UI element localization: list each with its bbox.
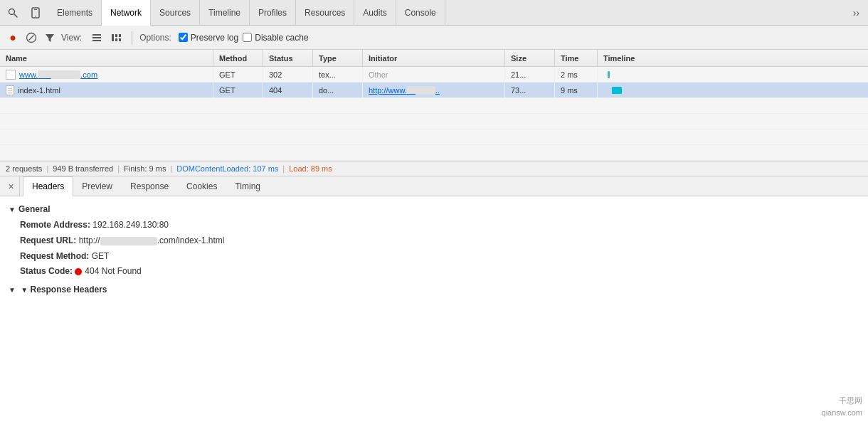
status-code-row: Status Code: 404 Not Found bbox=[9, 264, 859, 280]
svg-rect-13 bbox=[115, 38, 117, 41]
devtools-tab-bar: Elements Network Sources Timeline Profil… bbox=[0, 0, 868, 26]
preserve-log-checkbox[interactable]: Preserve log bbox=[179, 33, 238, 43]
request-method-value: GET bbox=[92, 251, 110, 261]
status-bar: 2 requests | 949 B transferred | Finish:… bbox=[0, 161, 868, 176]
row2-method: GET bbox=[213, 83, 263, 98]
svg-marker-7 bbox=[46, 34, 54, 42]
detail-tab-cookies[interactable]: Cookies bbox=[178, 176, 226, 196]
tab-audits[interactable]: Audits bbox=[354, 0, 396, 26]
svg-point-4 bbox=[35, 16, 36, 17]
th-type[interactable]: Type bbox=[313, 50, 363, 66]
row1-type: tex... bbox=[313, 67, 363, 83]
tab-resources[interactable]: Resources bbox=[296, 0, 354, 26]
network-table: Name Method Status Type Initiator Size T… bbox=[0, 50, 868, 161]
row1-initiator: Other bbox=[363, 67, 505, 83]
svg-rect-12 bbox=[115, 34, 117, 37]
request-method-label: Request Method: bbox=[20, 251, 89, 261]
svg-rect-9 bbox=[92, 37, 101, 38]
timeline-bar-2 bbox=[603, 83, 622, 98]
tab-timeline[interactable]: Timeline bbox=[200, 0, 250, 26]
empty-row bbox=[0, 98, 868, 114]
request-url-row: Request URL: http:// .com/index-1.html bbox=[9, 233, 859, 249]
tab-network[interactable]: Network bbox=[102, 0, 151, 26]
status-code-label: Status Code: bbox=[20, 266, 73, 276]
network-toolbar: ● View: bbox=[0, 26, 868, 50]
options-label: Options: bbox=[139, 33, 171, 43]
th-status[interactable]: Status bbox=[263, 50, 313, 66]
detail-panel: × Headers Preview Response Cookies Timin… bbox=[0, 176, 868, 424]
request-method-row: Request Method: GET bbox=[9, 249, 859, 265]
svg-rect-14 bbox=[119, 34, 121, 37]
remote-address-value: 192.168.249.130:80 bbox=[92, 220, 169, 230]
svg-line-6 bbox=[29, 35, 34, 40]
search-icon[interactable] bbox=[3, 0, 23, 26]
row1-time: 2 ms bbox=[555, 67, 598, 83]
filter-button[interactable] bbox=[43, 31, 57, 45]
detail-tab-preview[interactable]: Preview bbox=[73, 176, 122, 196]
row1-status: 302 bbox=[263, 67, 313, 83]
file-icon bbox=[6, 70, 16, 80]
tl-bar-1 bbox=[608, 71, 610, 78]
requests-count: 2 requests bbox=[6, 164, 42, 173]
remote-address-label: Remote Address: bbox=[20, 220, 90, 230]
view-label: View: bbox=[61, 33, 82, 43]
detail-close-button[interactable]: × bbox=[3, 176, 20, 196]
view-tree-icon[interactable] bbox=[109, 31, 125, 45]
empty-row bbox=[0, 145, 868, 161]
load-time: Load: 89 ms bbox=[289, 164, 332, 173]
tab-elements[interactable]: Elements bbox=[48, 0, 102, 26]
tl-bar-2 bbox=[612, 87, 622, 94]
detail-content: General Remote Address: 192.168.249.130:… bbox=[0, 196, 868, 304]
svg-rect-8 bbox=[92, 34, 101, 36]
row2-size: 73... bbox=[505, 83, 555, 98]
row1-timeline bbox=[598, 67, 868, 83]
th-method[interactable]: Method bbox=[213, 50, 263, 66]
svg-rect-10 bbox=[92, 40, 101, 41]
row1-name[interactable]: www. .com bbox=[0, 67, 213, 83]
more-tabs-button[interactable]: ›› bbox=[847, 0, 865, 26]
table-row[interactable]: index-1.html GET 404 do... http://www. .… bbox=[0, 83, 868, 98]
request-url-value: http:// .com/index-1.html bbox=[79, 235, 225, 245]
toolbar-sep-1 bbox=[132, 31, 132, 44]
blurred-url-domain bbox=[100, 237, 157, 245]
tab-console[interactable]: Console bbox=[396, 0, 445, 26]
response-headers-title: ▼ Response Headers bbox=[9, 282, 859, 297]
record-button[interactable]: ● bbox=[6, 31, 20, 45]
empty-row bbox=[0, 114, 868, 129]
th-timeline[interactable]: Timeline bbox=[598, 50, 868, 66]
detail-tab-headers[interactable]: Headers bbox=[23, 176, 73, 196]
mobile-icon[interactable] bbox=[26, 0, 46, 26]
tab-sources[interactable]: Sources bbox=[151, 0, 200, 26]
timeline-bar-1 bbox=[603, 67, 610, 83]
table-row[interactable]: www. .com GET 302 tex... Other 21... 2 m… bbox=[0, 67, 868, 83]
disable-cache-checkbox[interactable]: Disable cache bbox=[243, 33, 308, 43]
row2-timeline bbox=[598, 83, 868, 98]
th-time[interactable]: Time bbox=[555, 50, 598, 66]
blurred-domain bbox=[38, 70, 80, 79]
empty-row bbox=[0, 129, 868, 145]
request-url-label: Request URL: bbox=[20, 235, 76, 245]
th-size[interactable]: Size bbox=[505, 50, 555, 66]
view-list-icon[interactable] bbox=[89, 31, 105, 45]
tab-profiles[interactable]: Profiles bbox=[250, 0, 296, 26]
row2-initiator[interactable]: http://www. .. bbox=[363, 83, 505, 98]
detail-tab-response[interactable]: Response bbox=[122, 176, 178, 196]
status-code-value: 404 Not Found bbox=[75, 266, 141, 276]
row2-status: 404 bbox=[263, 83, 313, 98]
row1-size: 21... bbox=[505, 67, 555, 83]
svg-line-1 bbox=[14, 14, 17, 16]
row2-name: index-1.html bbox=[0, 83, 213, 98]
transferred-size: 949 B transferred bbox=[53, 164, 113, 173]
th-name[interactable]: Name bbox=[0, 50, 213, 66]
row2-type: do... bbox=[313, 83, 363, 98]
clear-button[interactable] bbox=[24, 31, 38, 45]
general-section-title: General bbox=[9, 202, 859, 216]
th-initiator[interactable]: Initiator bbox=[363, 50, 505, 66]
detail-tab-timing[interactable]: Timing bbox=[226, 176, 270, 196]
main-container: ● View: bbox=[0, 26, 868, 424]
status-dot bbox=[75, 268, 82, 275]
table-header-row: Name Method Status Type Initiator Size T… bbox=[0, 50, 868, 67]
svg-rect-11 bbox=[112, 34, 114, 41]
svg-rect-15 bbox=[119, 38, 121, 41]
row2-time: 9 ms bbox=[555, 83, 598, 98]
